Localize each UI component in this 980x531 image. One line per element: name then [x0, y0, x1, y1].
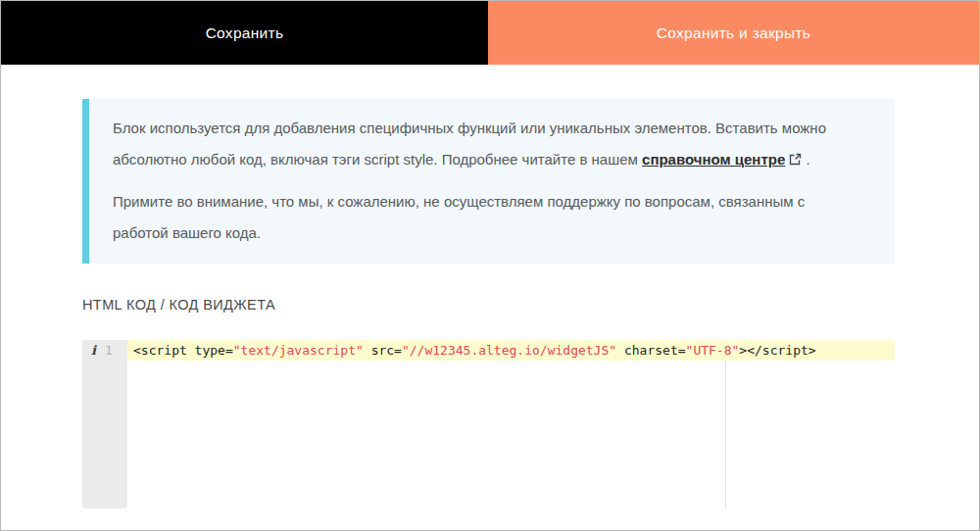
code-token: "text/javascript" [233, 343, 364, 358]
code-token: ></script> [739, 343, 815, 358]
external-link-icon[interactable] [789, 153, 802, 166]
info-marker-icon: i [91, 343, 96, 358]
code-token: src= [364, 343, 402, 358]
save-and-close-button[interactable]: Сохранить и закрыть [488, 1, 979, 65]
info-paragraph-2: Примите во внимание, что мы, к сожалению… [113, 186, 856, 248]
code-area[interactable]: <script type= "text/javascript" src= "//… [127, 340, 895, 508]
line-number: 1 [105, 343, 113, 358]
code-token: <script type= [133, 343, 233, 358]
info-box: Блок используется для добавления специфи… [82, 99, 895, 264]
content: Блок используется для добавления специфи… [1, 99, 979, 508]
print-margin-ruler [725, 340, 726, 508]
code-token: "//w12345.alteg.io/widgetJS" [402, 343, 616, 358]
widget-code-label: HTML КОД / КОД ВИДЖЕТА [82, 297, 979, 313]
toolbar: Сохранить Сохранить и закрыть [1, 1, 979, 65]
save-button[interactable]: Сохранить [1, 1, 488, 65]
info-text-after-link: . [802, 151, 809, 168]
code-editor[interactable]: i 1 <script type= "text/javascript" src=… [82, 340, 895, 508]
help-center-link[interactable]: справочном центре [642, 151, 802, 168]
editor-gutter: i 1 [82, 340, 127, 508]
page: Сохранить Сохранить и закрыть Блок испол… [0, 0, 980, 531]
code-token: "UTF-8" [686, 343, 740, 358]
help-center-link-label[interactable]: справочном центре [642, 151, 785, 168]
code-line-1[interactable]: <script type= "text/javascript" src= "//… [127, 340, 895, 361]
gutter-line-1: i 1 [82, 340, 127, 361]
code-token: charset= [616, 343, 685, 358]
info-paragraph-1: Блок используется для добавления специфи… [113, 113, 856, 174]
